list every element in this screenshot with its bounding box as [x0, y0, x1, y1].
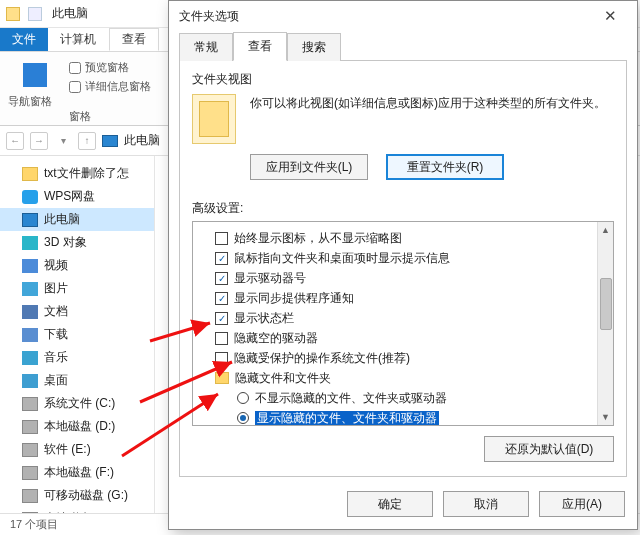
sidebar-item-1[interactable]: WPS网盘	[0, 185, 154, 208]
scroll-down-icon[interactable]: ▼	[598, 409, 613, 425]
checkbox-icon[interactable]	[215, 352, 228, 365]
scrollbar[interactable]: ▲ ▼	[597, 222, 613, 425]
tree-node-1[interactable]: ✓鼠标指向文件夹和桌面项时显示提示信息	[201, 248, 605, 268]
nav-pane-label: 导航窗格	[8, 94, 52, 109]
ok-button[interactable]: 确定	[347, 491, 433, 517]
checkbox-icon[interactable]: ✓	[215, 272, 228, 285]
sidebar-item-label: WPS网盘	[44, 188, 95, 205]
dialog-tab-general[interactable]: 常规	[179, 33, 233, 61]
drive-icon	[22, 420, 38, 434]
sidebar-item-4[interactable]: 视频	[0, 254, 154, 277]
reset-folders-button[interactable]: 重置文件夹(R)	[386, 154, 504, 180]
sidebar-item-11[interactable]: 本地磁盘 (D:)	[0, 415, 154, 438]
breadcrumb[interactable]: 此电脑	[124, 132, 160, 149]
sidebar-item-label: 本地磁盘 (H:)	[44, 510, 115, 513]
tree-node-5[interactable]: 隐藏空的驱动器	[201, 328, 605, 348]
checkbox-icon[interactable]: ✓	[215, 292, 228, 305]
sidebar-item-label: 此电脑	[44, 211, 80, 228]
dialog-buttons: 确定 取消 应用(A)	[169, 485, 637, 529]
back-button[interactable]: ←	[6, 132, 24, 150]
folder-view-title: 文件夹视图	[192, 71, 614, 88]
dialog-tab-view[interactable]: 查看	[233, 32, 287, 61]
nav-pane[interactable]: txt文件删除了怎WPS网盘此电脑3D 对象视频图片文档下载音乐桌面系统文件 (…	[0, 156, 155, 513]
sidebar-item-13[interactable]: 本地磁盘 (F:)	[0, 461, 154, 484]
status-text: 17 个项目	[10, 517, 58, 532]
tree-node-label: 隐藏空的驱动器	[234, 330, 318, 347]
sidebar-item-12[interactable]: 软件 (E:)	[0, 438, 154, 461]
history-dropdown[interactable]: ▾	[54, 132, 72, 150]
sidebar-item-2[interactable]: 此电脑	[0, 208, 154, 231]
radio-icon[interactable]	[237, 392, 249, 404]
scroll-thumb[interactable]	[600, 278, 612, 330]
scroll-up-icon[interactable]: ▲	[598, 222, 613, 238]
tree-node-label: 显示状态栏	[234, 310, 294, 327]
dialog-title: 文件夹选项	[179, 8, 239, 25]
sidebar-item-15[interactable]: 本地磁盘 (H:)	[0, 507, 154, 513]
tree-node-9[interactable]: 显示隐藏的文件、文件夹和驱动器	[201, 408, 605, 426]
close-icon[interactable]: ✕	[593, 7, 627, 25]
pc-icon	[22, 213, 38, 227]
radio-icon[interactable]	[237, 412, 249, 424]
drive-icon	[22, 512, 38, 514]
cancel-button[interactable]: 取消	[443, 491, 529, 517]
sidebar-item-6[interactable]: 文档	[0, 300, 154, 323]
dialog-tab-search[interactable]: 搜索	[287, 33, 341, 61]
tree-node-6[interactable]: 隐藏受保护的操作系统文件(推荐)	[201, 348, 605, 368]
sidebar-item-label: 视频	[44, 257, 68, 274]
tab-computer[interactable]: 计算机	[48, 28, 109, 51]
tree-node-4[interactable]: ✓显示状态栏	[201, 308, 605, 328]
tab-view[interactable]: 查看	[109, 28, 159, 51]
sidebar-item-8[interactable]: 音乐	[0, 346, 154, 369]
folder-icon	[215, 372, 229, 384]
dialog-body: 文件夹视图 你可以将此视图(如详细信息或图标)应用于这种类型的所有文件夹。 应用…	[179, 60, 627, 477]
up-button[interactable]: ↑	[78, 132, 96, 150]
file-tab[interactable]: 文件	[0, 28, 48, 51]
tree-node-label: 隐藏受保护的操作系统文件(推荐)	[234, 350, 410, 367]
sidebar-item-14[interactable]: 可移动磁盘 (G:)	[0, 484, 154, 507]
details-pane-toggle[interactable]: 详细信息窗格	[69, 79, 151, 94]
music-icon	[22, 351, 38, 365]
tree-node-2[interactable]: ✓显示驱动器号	[201, 268, 605, 288]
sidebar-item-label: 下载	[44, 326, 68, 343]
restore-defaults-button[interactable]: 还原为默认值(D)	[484, 436, 614, 462]
tree-node-8[interactable]: 不显示隐藏的文件、文件夹或驱动器	[201, 388, 605, 408]
folder-view-group: 文件夹视图 你可以将此视图(如详细信息或图标)应用于这种类型的所有文件夹。 应用…	[192, 71, 614, 180]
doc-icon	[22, 305, 38, 319]
preview-pane-toggle[interactable]: 预览窗格	[69, 60, 151, 75]
checkbox-icon[interactable]: ✓	[215, 312, 228, 325]
sidebar-item-0[interactable]: txt文件删除了怎	[0, 162, 154, 185]
sidebar-item-10[interactable]: 系统文件 (C:)	[0, 392, 154, 415]
sidebar-item-7[interactable]: 下载	[0, 323, 154, 346]
tree-node-label: 鼠标指向文件夹和桌面项时显示提示信息	[234, 250, 450, 267]
sidebar-item-3[interactable]: 3D 对象	[0, 231, 154, 254]
advanced-tree[interactable]: 始终显示图标，从不显示缩略图✓鼠标指向文件夹和桌面项时显示提示信息✓显示驱动器号…	[192, 221, 614, 426]
panes-group-label: 窗格	[69, 109, 91, 124]
tree-node-0[interactable]: 始终显示图标，从不显示缩略图	[201, 228, 605, 248]
dl-icon	[22, 328, 38, 342]
checkbox-icon[interactable]: ✓	[215, 252, 228, 265]
sidebar-item-9[interactable]: 桌面	[0, 369, 154, 392]
desk-icon	[22, 374, 38, 388]
tree-node-3[interactable]: ✓显示同步提供程序通知	[201, 288, 605, 308]
drive-icon	[22, 489, 38, 503]
drive-icon	[22, 466, 38, 480]
checkbox-icon[interactable]	[215, 232, 228, 245]
folder-options-dialog: 文件夹选项 ✕ 常规 查看 搜索 文件夹视图 你可以将此视图(如详细信息或图标)…	[168, 0, 638, 530]
explorer-title: 此电脑	[52, 5, 88, 22]
sidebar-item-5[interactable]: 图片	[0, 277, 154, 300]
apply-to-folders-button[interactable]: 应用到文件夹(L)	[250, 154, 368, 180]
apply-button[interactable]: 应用(A)	[539, 491, 625, 517]
sidebar-item-label: 图片	[44, 280, 68, 297]
sidebar-item-label: 桌面	[44, 372, 68, 389]
tree-node-label: 显示同步提供程序通知	[234, 290, 354, 307]
checkbox-icon[interactable]	[215, 332, 228, 345]
dialog-titlebar: 文件夹选项 ✕	[169, 1, 637, 31]
tree-node-label: 显示隐藏的文件、文件夹和驱动器	[255, 410, 439, 427]
tree-node-7[interactable]: 隐藏文件和文件夹	[201, 368, 605, 388]
forward-button[interactable]: →	[30, 132, 48, 150]
wps-icon	[22, 190, 38, 204]
sidebar-item-label: 系统文件 (C:)	[44, 395, 115, 412]
pc-icon	[102, 135, 118, 147]
sidebar-item-label: txt文件删除了怎	[44, 165, 129, 182]
nav-pane-button[interactable]	[8, 56, 61, 94]
